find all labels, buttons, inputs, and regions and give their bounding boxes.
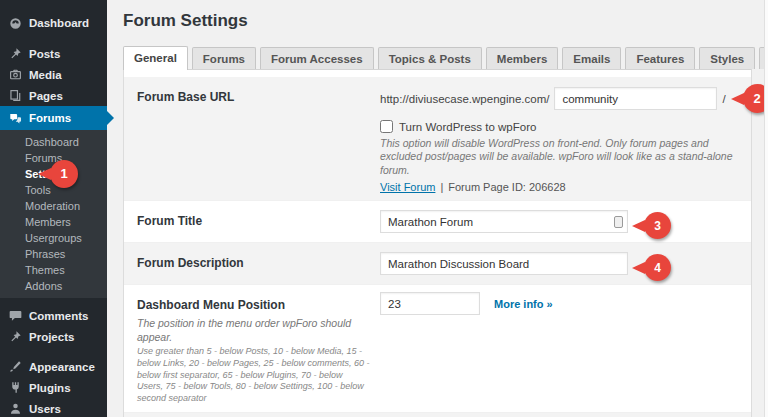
row-dashboard-menu-position: Dashboard Menu Position The position in … (124, 284, 751, 411)
sidebar-item-label: Posts (29, 48, 60, 60)
turn-wordpress-label: Turn WordPress to wpForo (399, 121, 536, 133)
sidebar-separator (0, 34, 107, 43)
row-forum-language: Forum Language This option is only relat… (124, 412, 751, 417)
submenu-item-addons[interactable]: Addons (0, 278, 107, 294)
submenu-item-settings[interactable]: Settings 1 (0, 166, 107, 182)
brush-icon (9, 360, 22, 373)
submenu-item-moderation[interactable]: Moderation (0, 198, 107, 214)
more-info-link[interactable]: More info » (494, 298, 553, 310)
sidebar-item-posts[interactable]: Posts (0, 43, 107, 64)
visit-forum-link[interactable]: Visit Forum (380, 181, 435, 193)
sidebar-item-label: Users (29, 403, 61, 415)
sidebar-item-projects[interactable]: Projects (0, 326, 107, 347)
sidebar-item-appearance[interactable]: Appearance (0, 356, 107, 377)
tab-emails[interactable]: Emails (562, 47, 621, 69)
page-title: Forum Settings (123, 11, 752, 31)
forum-base-url-label: Forum Base URL (137, 90, 234, 104)
autofill-extension-icon (614, 216, 623, 228)
forum-description-label: Forum Description (137, 256, 244, 270)
callout-1: 1 (50, 160, 78, 188)
sidebar-item-media[interactable]: Media (0, 64, 107, 85)
sidebar-separator (0, 347, 107, 356)
pushpin-icon (9, 330, 22, 343)
forums-bubbles-icon (9, 112, 22, 125)
base-url-description: This option will disable WordPress on fr… (380, 137, 738, 177)
sidebar-item-label: Plugins (29, 382, 71, 394)
menu-position-desc: The position in the menu order wpForo sh… (137, 317, 370, 344)
forum-description-input[interactable] (380, 252, 628, 275)
forums-submenu: Dashboard Forums Settings 1 Tools Modera… (0, 130, 107, 298)
tab-forum-accesses[interactable]: Forum Accesses (260, 47, 374, 69)
menu-position-input[interactable] (380, 292, 480, 315)
admin-sidebar: Dashboard Posts Media Pages Forums (0, 0, 107, 417)
camera-icon (9, 68, 22, 81)
sidebar-item-label: Dashboard (29, 17, 89, 29)
submenu-item-themes[interactable]: Themes (0, 262, 107, 278)
callout-4: 4 (644, 254, 671, 281)
sidebar-separator (0, 298, 107, 305)
submenu-item-usergroups[interactable]: Usergroups (0, 230, 107, 246)
settings-panel: Forum Base URL http://diviusecase.wpengi… (123, 69, 752, 417)
submenu-item-dashboard[interactable]: Dashboard (0, 134, 107, 150)
tab-topics-posts[interactable]: Topics & Posts (378, 47, 482, 69)
dashboard-icon (9, 17, 22, 30)
callout-3: 3 (644, 212, 671, 239)
plug-icon (9, 381, 22, 394)
forum-page-id-text: Forum Page ID: 206628 (448, 181, 565, 193)
row-forum-description: Forum Description 4 (124, 242, 751, 284)
sidebar-item-label: Media (29, 69, 62, 81)
forum-slug-input[interactable] (554, 87, 717, 110)
row-forum-title: Forum Title 3 (124, 200, 751, 242)
sidebar-item-label: Comments (29, 310, 88, 322)
pushpin-icon (9, 47, 22, 60)
sidebar-item-pages[interactable]: Pages (0, 85, 107, 106)
separator-text: | (440, 181, 443, 193)
user-icon (9, 402, 22, 415)
sidebar-item-comments[interactable]: Comments (0, 305, 107, 326)
tab-general[interactable]: General (123, 46, 188, 70)
tab-forums[interactable]: Forums (192, 47, 256, 69)
sidebar-item-users[interactable]: Users (0, 398, 107, 417)
tab-members[interactable]: Members (486, 47, 559, 69)
settings-tabs: General Forums Forum Accesses Topics & P… (123, 46, 752, 69)
sidebar-item-label: Appearance (29, 361, 95, 373)
turn-wordpress-option[interactable]: Turn WordPress to wpForo (380, 120, 738, 133)
menu-position-values-desc: Use greater than 5 - below Posts, 10 - b… (137, 346, 370, 404)
comment-bubble-icon (9, 309, 22, 322)
submenu-item-members[interactable]: Members (0, 214, 107, 230)
scrollbar-track[interactable] (764, 0, 768, 417)
forum-title-input[interactable] (380, 210, 628, 233)
sidebar-item-label: Pages (29, 90, 63, 102)
sidebar-item-plugins[interactable]: Plugins (0, 377, 107, 398)
sidebar-item-dashboard[interactable]: Dashboard (0, 12, 107, 34)
pages-icon (9, 89, 22, 102)
url-prefix-text: http://diviusecase.wpengine.com/ (380, 93, 549, 105)
sidebar-item-label: Forums (29, 112, 71, 124)
admin-content: Forum Settings General Forums Forum Acce… (107, 0, 768, 417)
tab-features[interactable]: Features (625, 47, 695, 69)
url-suffix-text: / (722, 93, 725, 105)
sidebar-item-label: Projects (29, 331, 74, 343)
submenu-item-tools[interactable]: Tools (0, 182, 107, 198)
row-forum-base-url: Forum Base URL http://diviusecase.wpengi… (124, 77, 751, 200)
submenu-item-phrases[interactable]: Phrases (0, 246, 107, 262)
menu-position-label: Dashboard Menu Position (137, 298, 285, 312)
turn-wordpress-checkbox[interactable] (380, 120, 393, 133)
sidebar-item-forums[interactable]: Forums (0, 106, 107, 130)
forum-title-label: Forum Title (137, 214, 202, 228)
tab-styles[interactable]: Styles (699, 47, 755, 69)
